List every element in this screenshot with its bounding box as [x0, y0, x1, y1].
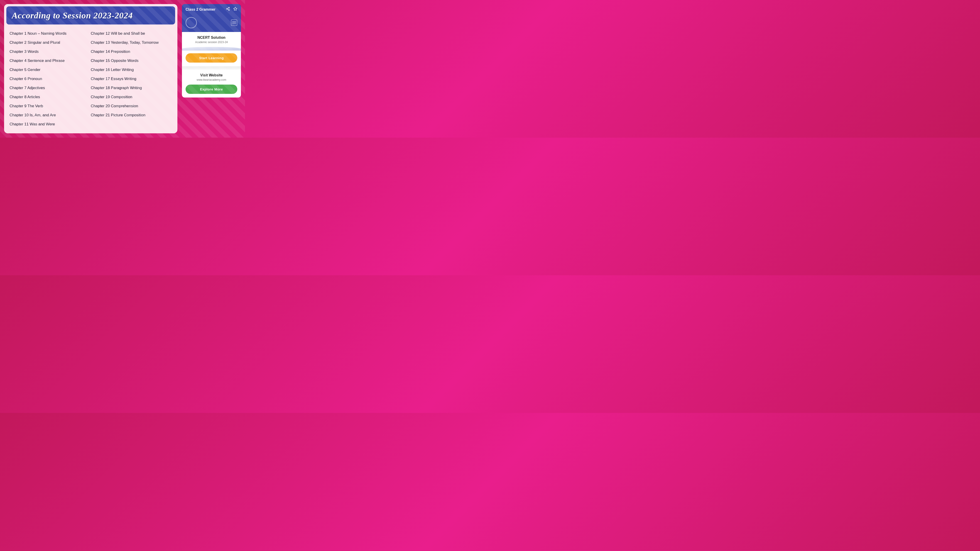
chapter-item-15[interactable]: Chapter 15 Opposite Words [91, 56, 172, 65]
chapter-item-2[interactable]: Chapter 2 Singular and Plural [10, 38, 91, 47]
right-panel: Class 2 Grammer [182, 4, 241, 97]
chapter-item-3[interactable]: Chapter 3 Words [10, 47, 91, 56]
chapters-right-column: Chapter 12 Will be and Shall be Chapter … [91, 29, 172, 129]
chapter-item-5[interactable]: Chapter 5 Gender [10, 65, 91, 75]
svg-line-3 [227, 9, 228, 10]
ncert-title: NCERT Solution [186, 36, 237, 40]
chapter-item-11[interactable]: Chapter 11 Was and Were [10, 120, 91, 129]
chapter-item-17[interactable]: Chapter 17 Essays Writing [91, 75, 172, 83]
main-container: According to Session 2023-2024 Chapter 1… [0, 0, 245, 138]
chapter-item-12[interactable]: Chapter 12 Will be and Shall be [91, 29, 172, 38]
share-icon[interactable] [226, 7, 230, 12]
session-title: According to Session 2023-2024 [12, 10, 170, 21]
visit-website-card: Visit Website www.tiwariacademy.com Expl… [182, 68, 241, 97]
phone-header: Class 2 Grammer [182, 4, 241, 15]
visit-url: www.tiwariacademy.com [186, 78, 237, 81]
chapter-item-20[interactable]: Chapter 20 Comprehension [91, 102, 172, 111]
content-card: According to Session 2023-2024 Chapter 1… [4, 4, 177, 133]
explore-more-button[interactable]: Explore More [186, 84, 237, 94]
chapter-item-19[interactable]: Chapter 19 Composition [91, 92, 172, 102]
chapter-item-14[interactable]: Chapter 14 Preposition [91, 47, 172, 56]
chapter-item-21[interactable]: Chapter 21 Picture Composition [91, 111, 172, 120]
ncert-solution-card: NCERT Solution Academic session 2023-24 … [182, 32, 241, 67]
visit-title: Visit Website [186, 73, 237, 77]
chapters-grid: Chapter 1 Noun – Naming Words Chapter 2 … [4, 29, 177, 129]
chapter-item-18[interactable]: Chapter 18 Paragraph Writing [91, 83, 172, 92]
chapter-item-13[interactable]: Chapter 13 Yesterday, Today, Tomorrow [91, 38, 172, 47]
chapter-item-7[interactable]: Chapter 7 Adjectives [10, 83, 91, 92]
phone-avatar-circle [186, 17, 197, 29]
card-separator [182, 67, 241, 68]
svg-line-4 [227, 8, 228, 9]
start-learning-button[interactable]: Start Learning [186, 53, 237, 63]
phone-body [182, 15, 241, 32]
chapter-item-10[interactable]: Chapter 10 Is, Am, and Are [10, 111, 91, 120]
chapter-item-6[interactable]: Chapter 6 Pronoun [10, 75, 91, 83]
session-header: According to Session 2023-2024 [6, 6, 175, 24]
phone-header-icons [226, 7, 237, 12]
chapter-item-8[interactable]: Chapter 8 Articles [10, 92, 91, 102]
star-icon[interactable] [233, 7, 237, 12]
list-icon[interactable] [231, 19, 237, 26]
ncert-subtitle: Academic session 2023-24 [186, 41, 237, 44]
svg-marker-5 [234, 7, 237, 10]
phone-app-title: Class 2 Grammer [186, 8, 215, 11]
chapter-item-9[interactable]: Chapter 9 The Verb [10, 102, 91, 111]
chapter-item-16[interactable]: Chapter 16 Letter Writing [91, 65, 172, 75]
chapter-item-1[interactable]: Chapter 1 Noun – Naming Words [10, 29, 91, 38]
chapter-item-4[interactable]: Chapter 4 Sentence and Phrase [10, 56, 91, 65]
chapters-left-column: Chapter 1 Noun – Naming Words Chapter 2 … [10, 29, 91, 129]
